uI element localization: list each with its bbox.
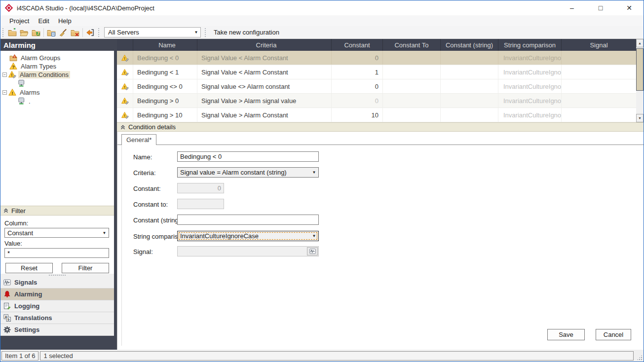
menu-help[interactable]: Help	[54, 16, 76, 26]
sidebar-item-alarming[interactable]: Alarming	[0, 289, 114, 300]
collapse-chevron-icon	[120, 125, 125, 130]
tree-collapse-icon[interactable]: −	[2, 90, 7, 95]
grid-header-constant-string[interactable]: Constant (string)	[441, 39, 498, 51]
cell-name: Bedingung <> 0	[133, 79, 197, 93]
filter-value-label: Value:	[4, 240, 110, 247]
menu-project[interactable]: Project	[5, 16, 34, 26]
filter-column-dropdown[interactable]: Constant ▼	[4, 228, 109, 238]
table-row[interactable]: Bedingung < 0 Signal Value < Alarm Const…	[117, 51, 636, 65]
take-new-configuration-button[interactable]: Take new configuration	[209, 27, 284, 37]
grid-header-signal[interactable]: Signal	[562, 39, 636, 51]
table-row[interactable]: Bedingung < 1 Signal Value < Alarm Const…	[117, 65, 636, 79]
resize-grip[interactable]	[637, 355, 643, 361]
condition-details-header[interactable]: Condition details	[117, 122, 644, 132]
sidebar-filler	[0, 336, 114, 350]
grid-header-string-comparison[interactable]: String comparison	[498, 39, 562, 51]
chevron-down-icon: ▼	[192, 30, 200, 35]
exit-import-button[interactable]	[84, 27, 96, 38]
grid-header-constant-to[interactable]: Constant To	[383, 39, 441, 51]
filter-panel: Column: Constant ▼ Value: Reset Filter	[0, 216, 114, 274]
delete-project-button[interactable]	[69, 27, 81, 38]
toolbar-separator	[43, 28, 44, 37]
cell-name: Bedingung > 0	[133, 94, 197, 108]
cell-name: Bedingung < 0	[133, 51, 197, 65]
cell-signal	[562, 65, 636, 79]
maximize-button[interactable]: □	[586, 0, 615, 15]
sidebar: Alarming Alarm Groups Alarm Types − Alar…	[0, 39, 114, 350]
sidebar-item-translations[interactable]: Translations	[0, 312, 114, 324]
new-project-button[interactable]	[6, 27, 18, 38]
alarming-tree: Alarm Groups Alarm Types − Alarm Conditi…	[0, 51, 114, 206]
scroll-up-icon[interactable]: ▲	[636, 39, 644, 47]
tree-item-alarms-server[interactable]: .	[0, 97, 114, 106]
filter-panel-header[interactable]: Filter	[0, 206, 114, 216]
menu-edit[interactable]: Edit	[34, 16, 53, 26]
filter-button[interactable]: Filter	[62, 263, 109, 273]
constant-string-field[interactable]	[177, 215, 319, 225]
constant-label: Constant:	[133, 185, 161, 192]
sidebar-item-label: Logging	[14, 302, 39, 310]
toolbar-separator	[82, 28, 83, 37]
filter-column-label: Column:	[4, 219, 110, 227]
cell-string-comparison: InvariantCultureIgnore	[498, 79, 562, 93]
tree-item-alarms[interactable]: − Alarms	[0, 88, 114, 96]
grid-scrollbar[interactable]: ▲ ▼	[636, 39, 644, 122]
sidebar-item-label: Settings	[14, 326, 39, 333]
tab-strip-line	[117, 145, 644, 145]
constant-to-field	[177, 199, 224, 209]
signal-picker-button[interactable]	[307, 247, 318, 255]
name-field[interactable]	[177, 151, 319, 162]
cell-constant-string	[441, 79, 498, 93]
grid-header-criteria[interactable]: Criteria	[197, 39, 332, 51]
warning-pencil-icon	[121, 54, 129, 62]
sidebar-nav: Signals Alarming Logging Translations Se…	[0, 274, 114, 336]
copy-project-button[interactable]	[45, 27, 57, 38]
tree-item-alarm-types[interactable]: Alarm Types	[0, 62, 114, 70]
string-comparison-dropdown[interactable]: InvariantCultureIgnoreCase ▼	[177, 231, 319, 241]
minimize-button[interactable]: –	[558, 0, 586, 15]
close-button[interactable]: ✕	[615, 0, 644, 15]
grid-header-name[interactable]: Name	[133, 39, 197, 51]
filter-panel-title: Filter	[11, 207, 26, 215]
criteria-dropdown[interactable]: Signal value = Alarm constant (string) ▼	[177, 167, 319, 178]
tree-item-alarm-conditions[interactable]: − Alarm Conditions	[0, 71, 114, 78]
main-body: Alarming Alarm Groups Alarm Types − Alar…	[0, 39, 644, 350]
scrollbar-thumb[interactable]	[636, 48, 644, 91]
tab-general[interactable]: General*	[121, 134, 156, 145]
sidebar-item-signals[interactable]: Signals	[0, 277, 114, 289]
cancel-button[interactable]: Cancel	[596, 329, 631, 340]
tree-collapse-icon[interactable]: −	[2, 72, 7, 77]
open-project-button[interactable]	[18, 27, 30, 38]
server-selector-dropdown[interactable]: All Servers ▼	[104, 27, 201, 37]
toolbar-grip	[98, 28, 101, 37]
warning-pencil-icon	[8, 71, 16, 78]
cell-constant-to	[383, 79, 441, 93]
scroll-down-icon[interactable]: ▼	[636, 114, 644, 122]
warning-pencil-icon	[121, 83, 129, 90]
table-row[interactable]: Bedingung > 10 Signal Value > Alarm Cons…	[117, 108, 636, 122]
sidebar-item-settings[interactable]: Settings	[0, 324, 114, 336]
reset-button[interactable]: Reset	[5, 263, 53, 273]
signal-field	[177, 246, 319, 256]
server-monitor-icon	[17, 79, 25, 87]
folder-warning-icon	[9, 54, 17, 62]
toolbar: All Servers ▼ Take new configuration	[0, 26, 644, 39]
tree-item-alarm-groups[interactable]: Alarm Groups	[0, 54, 114, 62]
cell-string-comparison: InvariantCultureIgnore	[498, 65, 562, 79]
grid-header-row: Name Criteria Constant Constant To Const…	[117, 39, 636, 51]
grid-header-constant[interactable]: Constant	[332, 39, 383, 51]
sidebar-item-logging[interactable]: Logging	[0, 300, 114, 312]
filter-value-input[interactable]	[4, 248, 109, 258]
deploy-project-button[interactable]	[30, 27, 42, 38]
table-row[interactable]: Bedingung > 0 Signal Value > Alarm signa…	[117, 94, 636, 108]
cell-criteria: Signal value <> Alarm constant	[197, 79, 332, 93]
clean-project-button[interactable]	[57, 27, 69, 38]
string-comparison-value: InvariantCultureIgnoreCase	[178, 232, 310, 240]
save-button[interactable]: Save	[547, 329, 585, 340]
main-panel: Name Criteria Constant Constant To Const…	[117, 39, 644, 350]
table-row[interactable]: Bedingung <> 0 Signal value <> Alarm con…	[117, 79, 636, 94]
tree-item-alarm-conditions-server[interactable]	[0, 79, 114, 88]
cell-signal	[562, 79, 636, 93]
signals-wave-icon	[309, 248, 316, 254]
sidebar-header: Alarming	[0, 39, 114, 51]
